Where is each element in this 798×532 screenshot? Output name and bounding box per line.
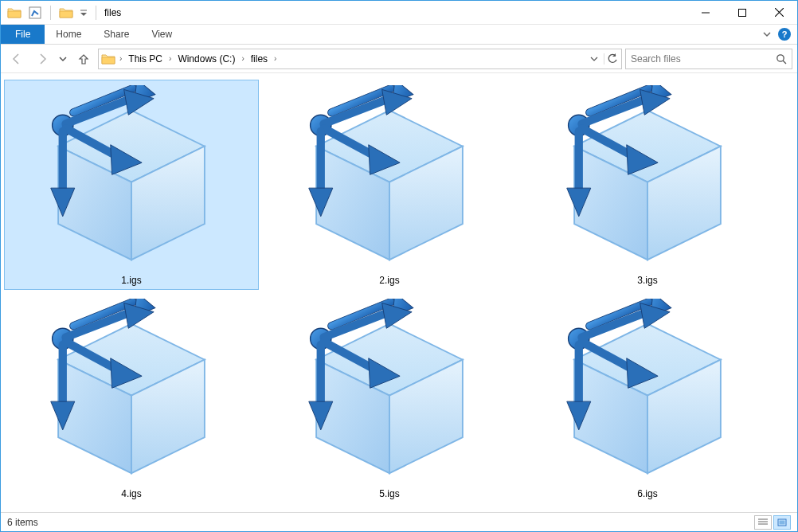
igs-file-icon: [29, 297, 233, 485]
details-view-button[interactable]: [754, 515, 772, 530]
separator: [96, 6, 96, 20]
address-dropdown-icon[interactable]: [586, 55, 602, 63]
chevron-right-icon[interactable]: ›: [272, 54, 278, 63]
file-item[interactable]: 2.igs: [262, 80, 517, 290]
qat-dropdown-icon[interactable]: [78, 4, 89, 22]
igs-file-icon: [288, 84, 491, 272]
file-name-label: 5.igs: [379, 485, 399, 499]
breadcrumb-segment[interactable]: files: [248, 53, 271, 65]
tab-home[interactable]: Home: [45, 25, 92, 44]
file-name-label: 3.igs: [637, 272, 657, 286]
file-name-label: 6.igs: [637, 485, 657, 499]
recent-locations-dropdown[interactable]: [57, 48, 69, 70]
chevron-right-icon[interactable]: ›: [167, 54, 173, 63]
maximize-button[interactable]: [724, 1, 761, 25]
file-item[interactable]: 5.igs: [262, 293, 517, 503]
file-tab[interactable]: File: [1, 25, 45, 44]
igs-file-icon: [288, 297, 491, 485]
file-list: 1.igs2.igs3.igs4.igs5.igs6.igs: [1, 73, 797, 512]
folder-icon: [100, 52, 116, 66]
status-bar: 6 items: [1, 512, 797, 531]
ribbon-tabs: File Home Share View ?: [1, 25, 797, 45]
breadcrumb-segment[interactable]: Windows (C:): [174, 53, 238, 65]
up-button[interactable]: [72, 48, 95, 70]
search-placeholder: Search files: [631, 53, 776, 65]
folder-icon: [6, 4, 23, 22]
svg-point-14: [777, 54, 784, 61]
ribbon-expand-icon[interactable]: [762, 29, 772, 39]
title-bar: files: [1, 1, 797, 25]
chevron-right-icon[interactable]: ›: [118, 54, 123, 63]
file-item[interactable]: 1.igs: [4, 80, 259, 290]
thumbnails-view-button[interactable]: [773, 515, 791, 530]
quick-access-toolbar: [1, 4, 100, 22]
navigation-bar: › This PC › Windows (C:) › files › Searc…: [1, 45, 797, 73]
svg-line-15: [783, 61, 786, 64]
folder-icon: [57, 4, 75, 22]
igs-file-icon: [29, 84, 233, 272]
back-button[interactable]: [6, 48, 28, 70]
separator: [50, 6, 51, 20]
breadcrumb-segment[interactable]: This PC: [125, 53, 166, 65]
file-item[interactable]: 3.igs: [520, 80, 775, 290]
igs-file-icon: [546, 84, 749, 272]
file-name-label: 4.igs: [121, 485, 141, 499]
chevron-right-icon[interactable]: ›: [240, 54, 245, 63]
help-icon[interactable]: ?: [778, 28, 791, 41]
search-input[interactable]: Search files: [625, 49, 792, 69]
svg-rect-11: [739, 9, 746, 16]
address-bar[interactable]: › This PC › Windows (C:) › files ›: [98, 49, 622, 69]
file-name-label: 2.igs: [379, 272, 399, 286]
file-item[interactable]: 4.igs: [4, 293, 259, 503]
search-icon: [776, 53, 787, 65]
properties-icon[interactable]: [26, 4, 44, 22]
refresh-button[interactable]: [604, 53, 620, 65]
view-mode-toggle: [754, 515, 791, 530]
tab-view[interactable]: View: [140, 25, 183, 44]
igs-file-icon: [546, 297, 749, 485]
status-item-count: 6 items: [7, 517, 38, 528]
file-name-label: 1.igs: [121, 272, 141, 286]
tab-share[interactable]: Share: [92, 25, 140, 44]
svg-rect-20: [780, 520, 785, 524]
minimize-button[interactable]: [687, 1, 724, 25]
file-item[interactable]: 6.igs: [520, 293, 775, 503]
close-button[interactable]: [761, 1, 797, 25]
forward-button[interactable]: [31, 48, 53, 70]
window-title: files: [100, 7, 121, 18]
